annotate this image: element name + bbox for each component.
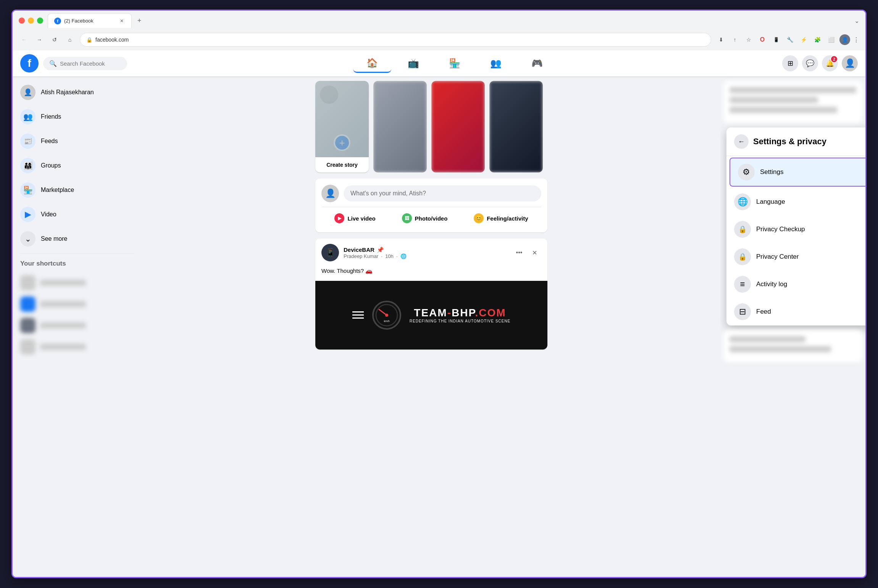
live-video-label: Live video: [347, 215, 375, 222]
title-bar: f (2) Facebook ✕ + ⌄: [13, 11, 865, 31]
security-icon: 🔒: [86, 37, 92, 43]
story-card-3[interactable]: [431, 81, 485, 172]
language-globe-icon: 🌐: [734, 193, 751, 210]
marketplace-label: Marketplace: [41, 187, 74, 193]
privacy-checkup-lock-icon: 🔒: [734, 221, 751, 238]
shortcut-label-1: [40, 280, 86, 286]
live-video-button[interactable]: ▶ Live video: [328, 210, 381, 226]
maximize-window-button[interactable]: [37, 18, 43, 24]
new-tab-button[interactable]: +: [133, 14, 145, 27]
fb-main: 👤 Atish Rajasekharan 👥 Friends 📰 Feeds 👨…: [13, 76, 865, 577]
hamburger-line-3: [352, 317, 364, 319]
home-button[interactable]: ⌂: [65, 34, 75, 45]
settings-menu-item-settings[interactable]: ⚙ Settings: [730, 158, 865, 187]
tab-overflow-button[interactable]: ⌄: [854, 17, 859, 24]
right-blurred-content-2: [723, 330, 862, 362]
shortcut-item-3[interactable]: [16, 315, 139, 336]
address-bar: ← → ↺ ⌂ 🔒 facebook.com ⬇ ↑ ☆ O 📱 🔧 ⚡ 🧩 ⬜…: [13, 31, 865, 50]
forward-button[interactable]: →: [34, 34, 45, 45]
settings-menu-item-privacy-checkup[interactable]: 🔒 Privacy Checkup: [726, 216, 865, 243]
search-bar[interactable]: 🔍: [43, 57, 127, 70]
apps-grid-icon: ⊞: [788, 59, 793, 68]
create-story-card[interactable]: + Create story: [315, 81, 369, 172]
nav-gaming[interactable]: 🎮: [518, 54, 556, 73]
active-tab[interactable]: f (2) Facebook ✕: [48, 13, 132, 28]
shortcut-item-2[interactable]: [16, 293, 139, 315]
settings-back-button[interactable]: ←: [734, 134, 749, 149]
browser-profile-button[interactable]: 👤: [839, 34, 850, 45]
home-icon: 🏠: [366, 58, 378, 68]
svg-text:km/h: km/h: [384, 320, 389, 322]
settings-menu-item-feed[interactable]: ⊟ Feed: [726, 298, 865, 325]
shortcut-item-4[interactable]: [16, 336, 139, 358]
facebook-logo[interactable]: f: [20, 54, 39, 72]
download-icon[interactable]: ⬇: [716, 34, 726, 45]
live-video-icon: ▶: [334, 213, 344, 223]
settings-panel-header: ← Settings & privacy: [726, 127, 865, 156]
sidebar-item-see-more[interactable]: ⌄ See more: [16, 227, 139, 250]
user-avatar-button[interactable]: 👤: [842, 55, 858, 71]
fb-nav-center: 🏠 📺 🏪 👥 🎮: [127, 54, 782, 73]
nav-friends[interactable]: 👥: [477, 54, 515, 73]
photo-video-button[interactable]: 🖼 Photo/video: [396, 210, 454, 226]
nav-watch[interactable]: 📺: [394, 54, 433, 73]
shortcut-label-3: [40, 322, 86, 329]
share-icon[interactable]: ↑: [730, 34, 740, 45]
sidebar-item-marketplace[interactable]: 🏪 Marketplace: [16, 179, 139, 201]
groups-label: Groups: [41, 162, 61, 169]
feeling-icon: 😊: [474, 213, 484, 223]
groups-sidebar-icon: 👨‍👩‍👧: [20, 158, 36, 173]
extension1-icon[interactable]: 📱: [771, 34, 781, 45]
story-card-4[interactable]: [489, 81, 543, 172]
pin-icon: 📌: [377, 246, 384, 253]
extension2-icon[interactable]: 🔧: [784, 34, 795, 45]
tab-favicon: f: [54, 18, 61, 24]
browser-window: f (2) Facebook ✕ + ⌄ ← → ↺ ⌂ 🔒 facebook.…: [11, 10, 867, 578]
extension4-icon[interactable]: 🧩: [812, 34, 823, 45]
sidebar-item-feeds[interactable]: 📰 Feeds: [16, 130, 139, 153]
shortcut-avatar-2: [20, 296, 36, 312]
opera-icon[interactable]: O: [757, 34, 768, 45]
shortcut-avatar-3: [20, 318, 36, 333]
sidebar-item-friends[interactable]: 👥 Friends: [16, 105, 139, 128]
facebook-app: f 🔍 🏠 📺 🏪 👥 🎮: [13, 50, 865, 577]
post-close-button[interactable]: ✕: [528, 246, 541, 259]
activity-log-icon: ≡: [734, 276, 751, 293]
sidebar-item-video[interactable]: ▶ Video: [16, 203, 139, 226]
see-more-icon: ⌄: [20, 231, 36, 246]
browser-menu-button[interactable]: ⋮: [853, 36, 859, 43]
search-input[interactable]: [60, 60, 121, 67]
notifications-button[interactable]: 🔔 2: [822, 55, 838, 71]
settings-menu-item-language[interactable]: 🌐 Language ›: [726, 188, 865, 216]
nav-marketplace[interactable]: 🏪: [436, 54, 474, 73]
back-button[interactable]: ←: [19, 34, 29, 45]
feeling-button[interactable]: 😊 Feeling/activity: [468, 210, 534, 226]
reload-button[interactable]: ↺: [49, 34, 60, 45]
settings-menu-item-activity-log[interactable]: ≡ Activity log: [726, 271, 865, 298]
activity-log-label: Activity log: [756, 280, 865, 288]
create-story-background: +: [315, 81, 369, 157]
post-more-button[interactable]: •••: [512, 246, 526, 259]
right-blurred-content-1: [723, 81, 862, 123]
post-meta: Pradeep Kumar · 10h · 🌐: [344, 253, 508, 259]
speedometer-icon: km/h: [371, 300, 402, 330]
composer-input[interactable]: What's on your mind, Atish?: [344, 185, 541, 201]
close-window-button[interactable]: [19, 18, 25, 24]
split-screen-icon[interactable]: ⬜: [826, 34, 836, 45]
sidebar-item-groups[interactable]: 👨‍👩‍👧 Groups: [16, 154, 139, 177]
language-label: Language: [756, 198, 865, 206]
close-tab-button[interactable]: ✕: [118, 18, 125, 24]
sidebar-item-profile[interactable]: 👤 Atish Rajasekharan: [16, 81, 139, 104]
bookmark-icon[interactable]: ☆: [743, 34, 754, 45]
shortcut-item-1[interactable]: [16, 272, 139, 293]
video-sidebar-icon: ▶: [20, 207, 36, 222]
story-card-2[interactable]: [373, 81, 427, 172]
team-bhp-brand-name: TEAM-BHP.COM: [414, 307, 506, 319]
messenger-button[interactable]: 💬: [802, 55, 818, 71]
extension3-icon[interactable]: ⚡: [798, 34, 809, 45]
nav-home[interactable]: 🏠: [353, 54, 391, 73]
url-bar[interactable]: 🔒 facebook.com: [80, 33, 711, 47]
settings-menu-item-privacy-center[interactable]: 🔒 Privacy Center: [726, 243, 865, 271]
minimize-window-button[interactable]: [28, 18, 34, 24]
apps-button[interactable]: ⊞: [782, 55, 798, 71]
